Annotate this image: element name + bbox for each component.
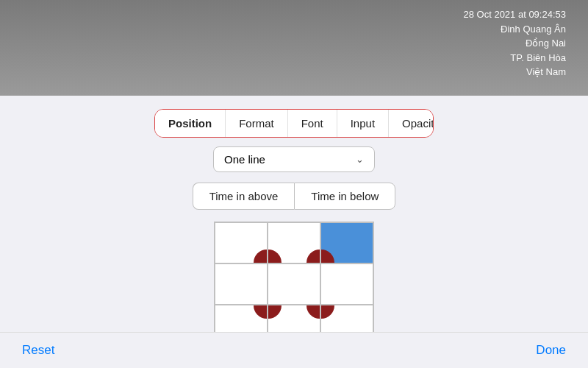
tab-format[interactable]: Format	[226, 110, 288, 137]
grid-cell-top-right[interactable]	[320, 222, 373, 263]
line-dropdown-row: One line ⌄	[213, 146, 375, 172]
tab-opacity[interactable]: Opacity	[389, 110, 434, 137]
tab-input[interactable]: Input	[337, 110, 389, 137]
reset-button[interactable]: Reset	[22, 343, 54, 358]
timestamp-line3: Đồng Nai	[464, 36, 567, 51]
chevron-down-icon: ⌄	[356, 154, 364, 165]
time-button-group: Time in above Time in below	[193, 183, 396, 210]
grid-cell-top-center[interactable]	[268, 222, 320, 263]
timestamp-line1: 28 Oct 2021 at 09:24:53	[464, 7, 567, 22]
grid-cell-middle-center[interactable]	[268, 263, 320, 305]
tab-position[interactable]: Position	[155, 110, 226, 137]
photo-area: 28 Oct 2021 at 09:24:53 Đinh Quang Ân Đồ…	[0, 0, 588, 96]
tab-bar: Position Format Font Input Opacity	[154, 109, 434, 138]
timestamp-overlay: 28 Oct 2021 at 09:24:53 Đinh Quang Ân Đồ…	[464, 7, 567, 79]
tab-font[interactable]: Font	[288, 110, 337, 137]
timestamp-line4: TP. Biên Hòa	[464, 51, 567, 66]
timestamp-line2: Đinh Quang Ân	[464, 22, 567, 37]
dropdown-value: One line	[224, 153, 265, 166]
bottom-bar: Reset Done	[0, 332, 588, 368]
timestamp-line5: Việt Nam	[464, 65, 567, 79]
grid-cell-middle-right[interactable]	[320, 263, 373, 305]
time-in-below-button[interactable]: Time in below	[294, 183, 395, 210]
time-in-above-button[interactable]: Time in above	[193, 183, 295, 210]
grid-cell-top-left[interactable]	[215, 222, 268, 263]
position-grid	[214, 222, 374, 347]
settings-panel: Position Format Font Input Opacity One l…	[0, 96, 588, 368]
line-dropdown[interactable]: One line ⌄	[213, 146, 375, 172]
done-button[interactable]: Done	[536, 343, 566, 358]
grid-cell-middle-left[interactable]	[215, 263, 268, 305]
